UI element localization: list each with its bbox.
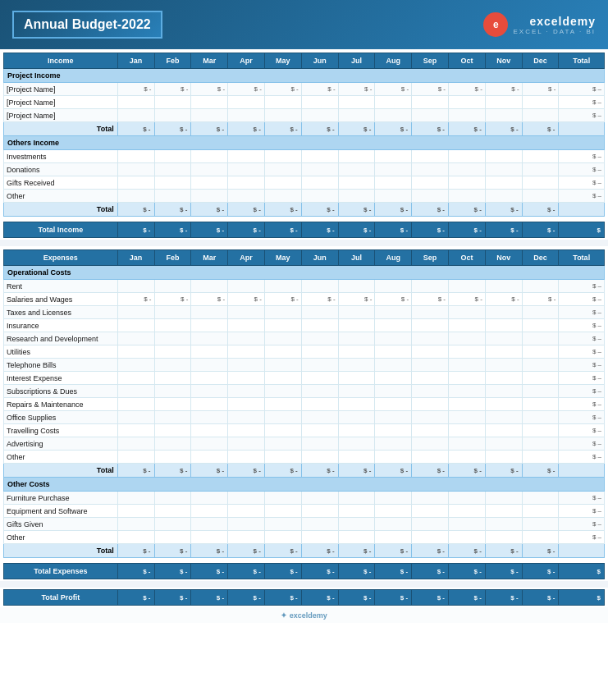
cell-sep[interactable] — [412, 109, 449, 122]
cell-nov[interactable] — [485, 109, 522, 122]
cell-apr[interactable] — [228, 163, 265, 176]
cell-total[interactable]: $ – — [559, 411, 605, 424]
cell-total[interactable]: $ – — [559, 280, 605, 293]
cell-aug[interactable] — [375, 150, 412, 163]
cell-jun[interactable] — [301, 96, 338, 109]
cell-jan[interactable] — [117, 109, 154, 122]
cell-sep[interactable] — [412, 163, 449, 176]
cell-dec[interactable] — [522, 176, 559, 190]
cell-mar[interactable] — [191, 176, 228, 190]
cell-jan[interactable]: $ - — [117, 293, 154, 306]
cell-oct[interactable] — [449, 96, 486, 109]
cell-mar[interactable]: $ - — [191, 83, 228, 96]
cell-aug[interactable] — [375, 96, 412, 109]
cell-total[interactable]: $ – — [559, 176, 605, 190]
cell-may[interactable] — [264, 109, 301, 122]
cell-feb[interactable] — [154, 176, 191, 190]
cell-may[interactable] — [264, 190, 301, 203]
cell-total[interactable]: $ – — [559, 319, 605, 332]
cell-total[interactable]: $ – — [559, 492, 605, 505]
cell-jun[interactable] — [301, 176, 338, 190]
cell-total[interactable]: $ – — [559, 424, 605, 437]
cell-total[interactable]: $ – — [559, 345, 605, 359]
cell-jan[interactable] — [117, 150, 154, 163]
cell-may[interactable]: $ - — [264, 83, 301, 96]
cell-total[interactable]: $ – — [559, 306, 605, 319]
cell-feb[interactable] — [154, 96, 191, 109]
cell-jan[interactable] — [117, 163, 154, 176]
cell-oct[interactable] — [449, 176, 486, 190]
cell-jan[interactable] — [117, 190, 154, 203]
cell-total[interactable]: $ – — [559, 437, 605, 451]
cell-may[interactable] — [264, 150, 301, 163]
cell-dec[interactable] — [522, 190, 559, 203]
cell-may[interactable] — [264, 163, 301, 176]
cell-mar[interactable] — [191, 96, 228, 109]
cell-total[interactable]: $ – — [559, 96, 605, 109]
cell-feb[interactable]: $ - — [154, 83, 191, 96]
cell-feb[interactable] — [154, 109, 191, 122]
cell-feb[interactable] — [154, 190, 191, 203]
cell-nov[interactable] — [485, 190, 522, 203]
cell-apr[interactable] — [228, 109, 265, 122]
cell-jul[interactable] — [338, 190, 375, 203]
cell-mar[interactable] — [191, 190, 228, 203]
cell-sep[interactable]: $ - — [412, 83, 449, 96]
cell-jan[interactable] — [117, 176, 154, 190]
cell-oct[interactable] — [449, 190, 486, 203]
cell-nov[interactable] — [485, 176, 522, 190]
cell-mar[interactable] — [191, 150, 228, 163]
cell-jan[interactable] — [117, 96, 154, 109]
cell-oct[interactable] — [449, 109, 486, 122]
cell-aug[interactable] — [375, 163, 412, 176]
cell-nov[interactable]: $ - — [485, 83, 522, 96]
cell-jul[interactable] — [338, 96, 375, 109]
cell-total[interactable]: $ – — [559, 109, 605, 122]
cell-mar[interactable] — [191, 109, 228, 122]
cell-aug[interactable]: $ - — [375, 83, 412, 96]
cell-may[interactable] — [264, 176, 301, 190]
cell-dec[interactable] — [522, 163, 559, 176]
cell-oct[interactable]: $ - — [449, 83, 486, 96]
cell-feb[interactable] — [154, 150, 191, 163]
cell-nov[interactable] — [485, 150, 522, 163]
cell-aug[interactable] — [375, 109, 412, 122]
cell-total[interactable]: $ – — [559, 385, 605, 398]
cell-total[interactable]: $ – — [559, 518, 605, 531]
cell-jul[interactable] — [338, 163, 375, 176]
cell-jun[interactable] — [301, 109, 338, 122]
cell-jul[interactable] — [338, 109, 375, 122]
cell-apr[interactable] — [228, 96, 265, 109]
cell-sep[interactable] — [412, 96, 449, 109]
cell-total[interactable]: $ – — [559, 451, 605, 464]
cell-jun[interactable]: $ - — [301, 83, 338, 96]
cell-total[interactable]: $ – — [559, 163, 605, 176]
cell-apr[interactable]: $ - — [228, 83, 265, 96]
cell-sep[interactable] — [412, 190, 449, 203]
cell-feb[interactable] — [154, 163, 191, 176]
cell-aug[interactable] — [375, 176, 412, 190]
cell-nov[interactable] — [485, 96, 522, 109]
cell-dec[interactable]: $ - — [522, 83, 559, 96]
cell-sep[interactable] — [412, 176, 449, 190]
cell-sep[interactable] — [412, 150, 449, 163]
cell-total[interactable]: $ – — [559, 190, 605, 203]
cell-dec[interactable] — [522, 109, 559, 122]
cell-may[interactable] — [264, 96, 301, 109]
cell-jul[interactable] — [338, 150, 375, 163]
cell-dec[interactable] — [522, 96, 559, 109]
cell-jul[interactable] — [338, 176, 375, 190]
cell-total[interactable]: $ – — [559, 332, 605, 345]
cell-nov[interactable] — [485, 163, 522, 176]
cell-dec[interactable] — [522, 150, 559, 163]
cell-mar[interactable] — [191, 163, 228, 176]
cell-oct[interactable] — [449, 150, 486, 163]
cell-apr[interactable] — [228, 176, 265, 190]
cell-total[interactable]: $ – — [559, 531, 605, 544]
cell-total[interactable]: $ – — [559, 372, 605, 385]
cell-total[interactable]: $ – — [559, 398, 605, 411]
cell-jul[interactable]: $ - — [338, 83, 375, 96]
cell-jun[interactable] — [301, 150, 338, 163]
cell-jun[interactable] — [301, 190, 338, 203]
cell-total[interactable]: $ – — [559, 83, 605, 96]
